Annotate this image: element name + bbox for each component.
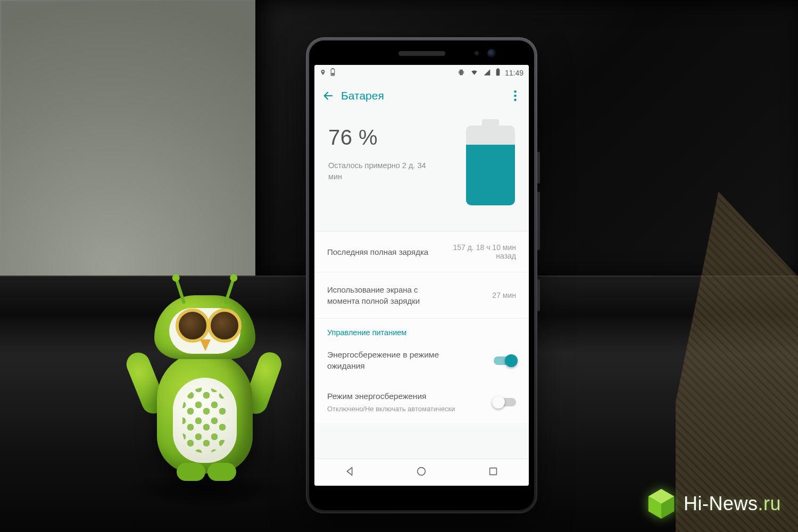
battery-status-icon xyxy=(330,68,335,78)
watermark: Hi-News.ru xyxy=(646,487,781,520)
watermark-suffix: .ru xyxy=(758,493,781,514)
svg-rect-2 xyxy=(331,73,334,75)
location-icon xyxy=(320,69,326,78)
nav-home-button[interactable] xyxy=(415,466,427,479)
battery-icon-large xyxy=(466,126,515,205)
photo-scene: 11:49 Батарея 76 % Осталось примерно 2 д… xyxy=(0,0,798,532)
toggle-title: Режим энергосбережения xyxy=(327,391,455,402)
front-camera xyxy=(487,49,496,57)
toggle-title: Энергосбережение в режиме ожидания xyxy=(327,350,460,372)
battery-summary[interactable]: 76 % Осталось примерно 2 д. 34 мин xyxy=(314,111,529,231)
svg-rect-1 xyxy=(332,68,334,69)
row-value: 27 мин xyxy=(492,291,516,300)
watermark-brand: Hi-News xyxy=(684,493,758,514)
svg-point-9 xyxy=(418,468,426,476)
screen-title: Батарея xyxy=(341,89,504,102)
signal-icon xyxy=(483,69,491,78)
battery-stats-section: Последняя полная зарядка 157 д. 18 ч 10 … xyxy=(314,231,529,423)
svg-point-6 xyxy=(514,90,516,93)
phone-screen: 11:49 Батарея 76 % Осталось примерно 2 д… xyxy=(314,65,529,486)
side-button xyxy=(537,279,540,311)
row-battery-saver[interactable]: Режим энергосбережения Отключено/Не вклю… xyxy=(314,381,529,423)
row-screen-usage[interactable]: Использование экрана с момента полной за… xyxy=(314,272,529,319)
battery-icon xyxy=(495,68,501,78)
svg-point-8 xyxy=(514,99,516,101)
vibrate-icon xyxy=(457,69,466,78)
side-button xyxy=(537,152,540,184)
row-standby-saver[interactable]: Энергосбережение в режиме ожидания xyxy=(314,340,529,381)
row-value: 157 д. 18 ч 10 мин назад xyxy=(431,243,516,260)
hinews-cube-icon xyxy=(646,487,676,520)
battery-saver-toggle[interactable] xyxy=(494,398,516,406)
svg-rect-10 xyxy=(489,468,496,475)
svg-rect-4 xyxy=(496,69,500,76)
nav-recents-button[interactable] xyxy=(487,466,499,479)
svg-rect-3 xyxy=(460,70,463,74)
status-bar: 11:49 xyxy=(314,65,529,81)
toggle-subtitle: Отключено/Не включать автоматически xyxy=(327,404,455,414)
battery-fill xyxy=(466,145,515,205)
battery-estimate: Осталось примерно 2 д. 34 мин xyxy=(328,160,429,182)
figurine-shadow xyxy=(122,473,293,505)
earpiece xyxy=(398,51,445,56)
row-label: Последняя полная зарядка xyxy=(327,246,428,257)
proximity-sensor xyxy=(475,51,479,55)
app-bar: Батарея xyxy=(314,81,529,111)
overflow-menu-button[interactable] xyxy=(504,85,526,106)
navigation-bar xyxy=(314,459,529,486)
svg-rect-5 xyxy=(497,68,499,69)
row-last-full-charge[interactable]: Последняя полная зарядка 157 д. 18 ч 10 … xyxy=(314,231,529,272)
wifi-icon xyxy=(470,69,479,78)
svg-point-7 xyxy=(514,95,516,97)
smartphone: 11:49 Батарея 76 % Осталось примерно 2 д… xyxy=(306,37,537,513)
nav-back-button[interactable] xyxy=(344,466,356,479)
power-management-header: Управление питанием xyxy=(314,319,529,340)
row-label: Использование экрана с момента полной за… xyxy=(327,284,439,306)
clock: 11:49 xyxy=(505,69,523,77)
volume-rocker xyxy=(537,192,540,250)
battery-percent: 76 % xyxy=(328,126,460,149)
back-button[interactable] xyxy=(318,85,339,106)
standby-saver-toggle[interactable] xyxy=(494,356,516,365)
